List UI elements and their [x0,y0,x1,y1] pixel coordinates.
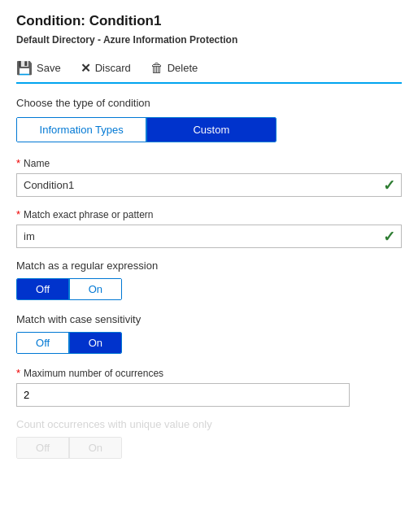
case-toggle-group: Off On [16,332,122,354]
subtitle: Default Directory - Azure Information Pr… [16,34,402,46]
max-occurrences-label: * Maximum number of ocurrences [16,367,402,379]
regex-toggle-group: Off On [16,278,122,300]
max-occurrences-input[interactable] [16,383,350,407]
match-required-star: * [16,208,20,220]
count-unique-section: Count occurrences with unique value only… [16,418,402,459]
discard-button[interactable]: ✕ Discard [81,61,131,76]
count-unique-on-button: On [70,438,121,458]
save-label: Save [37,62,61,74]
discard-label: Discard [95,62,131,74]
regex-toggle-section: Match as a regular expression Off On [16,259,402,300]
case-off-button[interactable]: Off [17,333,68,353]
name-label-text: Name [24,158,50,169]
tab-custom[interactable]: Custom [147,118,276,142]
match-label-text: Match exact phrase or pattern [24,209,153,220]
count-unique-label: Count occurrences with unique value only [16,418,402,430]
match-input-wrapper: ✓ [16,225,402,248]
discard-icon: ✕ [81,61,91,76]
max-required-star: * [16,367,20,379]
regex-on-button[interactable]: On [70,279,121,299]
case-toggle-label: Match with case sensitivity [16,313,402,325]
name-field-group: * Name ✓ [16,157,402,197]
match-check-icon: ✓ [383,228,395,246]
name-field-label: * Name [16,157,402,169]
max-label-text: Maximum number of ocurrences [24,368,163,379]
count-unique-toggle-group: Off On [16,437,122,459]
delete-button[interactable]: 🗑 Delete [150,61,198,76]
condition-type-label: Choose the type of condition [16,97,402,109]
toolbar: 💾 Save ✕ Discard 🗑 Delete [16,54,402,84]
name-required-star: * [16,157,20,169]
name-check-icon: ✓ [383,177,395,194]
regex-off-button[interactable]: Off [17,279,68,299]
tab-information-types[interactable]: Information Types [17,118,146,142]
case-on-button[interactable]: On [70,333,121,353]
page-title: Condition: Condition1 [16,13,402,29]
match-field-group: * Match exact phrase or pattern ✓ [16,208,402,248]
max-occurrences-group: * Maximum number of ocurrences [16,367,402,407]
name-input[interactable] [16,173,402,197]
delete-label: Delete [168,62,198,74]
match-field-label: * Match exact phrase or pattern [16,208,402,220]
case-toggle-section: Match with case sensitivity Off On [16,313,402,354]
match-input[interactable] [16,225,402,248]
save-button[interactable]: 💾 Save [16,60,61,76]
regex-toggle-label: Match as a regular expression [16,259,402,272]
save-icon: 💾 [16,60,33,76]
condition-type-tabs: Information Types Custom [16,117,276,142]
count-unique-off-button: Off [17,438,68,458]
delete-icon: 🗑 [150,61,163,76]
name-input-wrapper: ✓ [16,173,402,197]
